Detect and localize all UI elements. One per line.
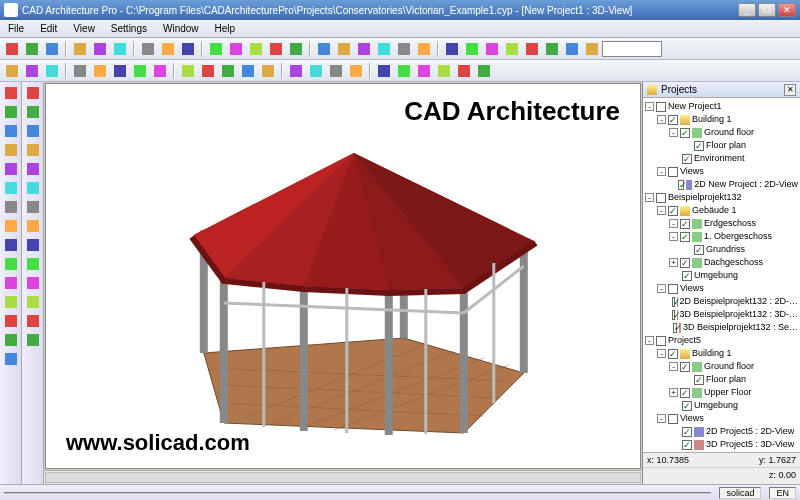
tree-item[interactable]: 2D Project5 : 2D-View	[645, 425, 798, 438]
tree-item[interactable]: -Ground floor	[645, 126, 798, 139]
tree-expand-toggle[interactable]: -	[657, 284, 666, 293]
swatch-olive-button[interactable]	[24, 293, 42, 311]
swatch-black-button[interactable]	[24, 312, 42, 330]
tree-expand-toggle[interactable]: -	[669, 232, 678, 241]
open-button[interactable]	[23, 40, 41, 58]
pan-button[interactable]	[23, 62, 41, 80]
swatch-cyan-button[interactable]	[24, 160, 42, 178]
tree-expand-toggle[interactable]: -	[657, 206, 666, 215]
tree-item[interactable]: +Upper Floor	[645, 386, 798, 399]
ortho-button[interactable]	[435, 62, 453, 80]
tree-checkbox[interactable]	[672, 297, 675, 307]
top-button[interactable]	[179, 62, 197, 80]
tree-checkbox[interactable]	[680, 232, 690, 242]
tree-item[interactable]: Umgebung	[645, 269, 798, 282]
side-button[interactable]	[219, 62, 237, 80]
menu-settings[interactable]: Settings	[107, 22, 151, 35]
color-button[interactable]	[267, 40, 285, 58]
menu-window[interactable]: Window	[159, 22, 203, 35]
hatch-button[interactable]	[415, 40, 433, 58]
swatch-lime-button[interactable]	[24, 255, 42, 273]
close-button[interactable]: ✕	[778, 3, 796, 17]
tree-checkbox[interactable]	[694, 245, 704, 255]
room-tool-button[interactable]	[2, 255, 20, 273]
viewport-horizontal-scrollbar[interactable]	[44, 470, 642, 484]
swatch-blue-button[interactable]	[24, 122, 42, 140]
pointer-tool-button[interactable]	[2, 84, 20, 102]
swatch-green-button[interactable]	[24, 103, 42, 121]
orbit-button[interactable]	[111, 62, 129, 80]
tree-checkbox[interactable]	[694, 141, 704, 151]
tree-checkbox[interactable]	[680, 388, 690, 398]
swatch-navy-button[interactable]	[24, 236, 42, 254]
new-button[interactable]	[3, 40, 21, 58]
tree-item[interactable]: Floor plan	[645, 139, 798, 152]
sel-button[interactable]	[3, 62, 21, 80]
tree-expand-toggle[interactable]: -	[657, 349, 666, 358]
tree-checkbox[interactable]	[682, 154, 692, 164]
paste-button[interactable]	[139, 40, 157, 58]
mirror-button[interactable]	[503, 40, 521, 58]
iso-button[interactable]	[151, 62, 169, 80]
roof-tool-button[interactable]	[2, 217, 20, 235]
tree-expand-toggle[interactable]: -	[645, 193, 654, 202]
3d-viewport[interactable]: CAD Architecture www.solicad.com	[45, 83, 641, 469]
tree-checkbox[interactable]	[680, 258, 690, 268]
zoom-button[interactable]	[43, 62, 61, 80]
grid-button[interactable]	[207, 40, 225, 58]
line-tool-button[interactable]	[2, 312, 20, 330]
tree-checkbox[interactable]	[668, 167, 678, 177]
light-button[interactable]	[327, 62, 345, 80]
tree-checkbox[interactable]	[682, 427, 692, 437]
swatch-red-button[interactable]	[24, 84, 42, 102]
tree-checkbox[interactable]	[668, 284, 678, 294]
tree-item[interactable]: -Views	[645, 165, 798, 178]
tree-checkbox[interactable]	[682, 401, 692, 411]
tree-item[interactable]: Floor plan	[645, 373, 798, 386]
tree-expand-toggle[interactable]: -	[669, 362, 678, 371]
print-button[interactable]	[71, 40, 89, 58]
move-button[interactable]	[443, 40, 461, 58]
tree-checkbox[interactable]	[682, 271, 692, 281]
swatch-magenta-button[interactable]	[24, 179, 42, 197]
tree-item[interactable]: 3D Project5 : 3D-View	[645, 438, 798, 451]
swatch-yellow-button[interactable]	[24, 141, 42, 159]
snap-button[interactable]	[227, 40, 245, 58]
tree-item[interactable]: -1. Obergeschoss	[645, 230, 798, 243]
wire-button[interactable]	[259, 62, 277, 80]
save-button[interactable]	[43, 40, 61, 58]
tree-checkbox[interactable]	[682, 440, 692, 450]
tree-item[interactable]: -Erdgeschoss	[645, 217, 798, 230]
cut-button[interactable]	[91, 40, 109, 58]
tree-item[interactable]: -New Project1	[645, 100, 798, 113]
arc-button[interactable]	[315, 40, 333, 58]
tree-checkbox[interactable]	[680, 362, 690, 372]
tree-expand-toggle[interactable]: -	[669, 128, 678, 137]
tree-item[interactable]: -Gebäude 1	[645, 204, 798, 217]
maximize-button[interactable]: ☐	[758, 3, 776, 17]
column-tool-button[interactable]	[2, 160, 20, 178]
stair-tool-button[interactable]	[2, 198, 20, 216]
tree-item[interactable]: 3D Beispielprojekt132 : 3D-…	[645, 308, 798, 321]
slab-tool-button[interactable]	[2, 236, 20, 254]
tree-item[interactable]: 2D Beispielprojekt132 : 2D-…	[645, 295, 798, 308]
arc-tool-button[interactable]	[2, 331, 20, 349]
swatch-orange-button[interactable]	[24, 217, 42, 235]
polar-button[interactable]	[455, 62, 473, 80]
rect-button[interactable]	[335, 40, 353, 58]
menu-edit[interactable]: Edit	[36, 22, 61, 35]
window-tool-button[interactable]	[2, 141, 20, 159]
tree-item[interactable]: -Ground floor	[645, 360, 798, 373]
projects-panel-close-button[interactable]: ✕	[784, 84, 796, 96]
tree-item[interactable]: Umgebung	[645, 399, 798, 412]
tree-item[interactable]: -Project5	[645, 334, 798, 347]
tree-item[interactable]: -Views	[645, 412, 798, 425]
tree-checkbox[interactable]	[678, 180, 685, 190]
scale-button[interactable]	[483, 40, 501, 58]
swatch-purple-button[interactable]	[24, 274, 42, 292]
render-button[interactable]	[307, 62, 325, 80]
tree-expand-toggle[interactable]: +	[669, 258, 678, 267]
snap2-button[interactable]	[415, 62, 433, 80]
zoome-button[interactable]	[91, 62, 109, 80]
tree-item[interactable]: -Views	[645, 282, 798, 295]
